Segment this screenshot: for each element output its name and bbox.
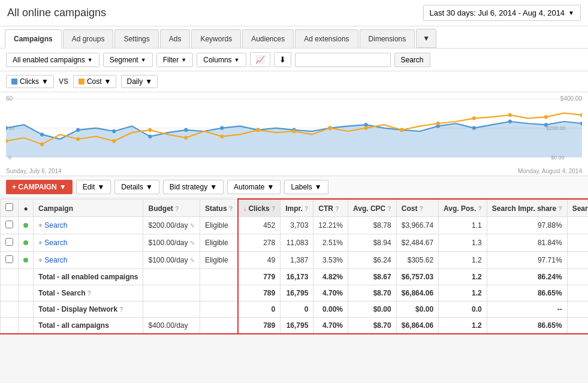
total-status-cell — [19, 301, 34, 317]
clicks-help-icon[interactable]: ? — [272, 206, 275, 212]
ctr-help-icon[interactable]: ? — [335, 206, 339, 212]
metric1-button[interactable]: Clicks ▼ — [6, 75, 54, 88]
tab-ad-groups[interactable]: Ad groups — [63, 29, 114, 48]
header-bar: All online campaigns Last 30 days: Jul 6… — [0, 0, 588, 26]
automate-button[interactable]: Automate ▼ — [227, 180, 281, 194]
row-budget-cell: $200.00/day ✎ — [143, 216, 200, 234]
avg-cpc-help-icon[interactable]: ? — [388, 206, 391, 212]
table-header-row: ● Campaign Budget ? Status ? ↓ Clicks — [1, 199, 589, 216]
search-exact-match-label: Search Exact match IS — [572, 204, 588, 213]
row-avg-cpc-cell: $6.24 — [348, 251, 397, 269]
all-enabled-campaigns-button[interactable]: All enabled campaigns ▼ — [6, 53, 99, 67]
budget-edit-icon[interactable]: ✎ — [190, 222, 195, 229]
row-checkbox-cell[interactable] — [1, 234, 19, 251]
chart-svg: 30 0 $200.00 $0.00 — [6, 92, 582, 170]
bid-strategy-button[interactable]: Bid strategy ▼ — [163, 180, 224, 194]
total-budget-cell — [143, 269, 200, 285]
status-dot-green — [23, 258, 28, 263]
edit-dropdown-icon: ▼ — [97, 183, 104, 191]
download-icon[interactable]: ⬇ — [274, 52, 291, 67]
date-range-button[interactable]: Last 30 days: Jul 6, 2014 - Aug 4, 2014 … — [423, 5, 581, 21]
row-checkbox[interactable] — [5, 255, 13, 263]
tab-more[interactable]: ▼ — [416, 29, 436, 48]
total-checkbox-cell — [1, 317, 19, 334]
labels-dropdown-icon: ▼ — [315, 183, 322, 191]
segment-label: Segment — [110, 56, 138, 64]
search-impr-help-icon[interactable]: ? — [559, 206, 562, 212]
total-ctr-cell: 4.70% — [313, 285, 348, 301]
total-avg-pos-cell: 1.2 — [439, 285, 487, 301]
row-campaign-cell: ⌖ Search — [34, 216, 143, 234]
campaign-link[interactable]: Search — [44, 221, 67, 230]
row-checkbox[interactable] — [5, 238, 13, 246]
action-bar: + CAMPAIGN ▼ Edit ▼ Details ▼ Bid strate… — [0, 176, 588, 198]
select-all-checkbox[interactable] — [5, 203, 13, 211]
add-campaign-arrow-icon: ▼ — [59, 183, 67, 191]
select-all-header[interactable] — [1, 199, 19, 216]
svg-point-8 — [148, 134, 152, 138]
total-avg-cpc-cell: $8.70 — [348, 285, 397, 301]
table-row: ⌖ Search $200.00/day ✎ Eligible 452 3,70… — [1, 216, 589, 234]
budget-help-icon[interactable]: ? — [175, 206, 179, 212]
row-status-text-cell: Eligible — [200, 216, 238, 234]
bid-strategy-label: Bid strategy — [170, 183, 207, 191]
period-button[interactable]: Daily ▼ — [121, 75, 158, 88]
svg-point-6 — [76, 128, 80, 132]
tab-audiences[interactable]: Audiences — [242, 29, 294, 48]
tab-dimensions[interactable]: Dimensions — [360, 29, 415, 48]
avg-pos-help-icon[interactable]: ? — [478, 206, 482, 212]
budget-edit-icon[interactable]: ✎ — [190, 257, 195, 264]
row-checkbox-cell[interactable] — [1, 251, 19, 269]
avg-pos-header: Avg. Pos. ? — [439, 199, 487, 216]
tab-keywords[interactable]: Keywords — [191, 29, 241, 48]
row-ctr-cell: 12.21% — [313, 216, 348, 234]
row-checkbox-cell[interactable] — [1, 216, 19, 234]
tab-ads[interactable]: Ads — [160, 29, 191, 48]
segment-button[interactable]: Segment ▼ — [103, 53, 153, 67]
svg-point-26 — [184, 136, 188, 140]
budget-edit-icon[interactable]: ✎ — [190, 240, 195, 246]
impr-help-icon[interactable]: ? — [304, 206, 308, 212]
row-avg-pos-cell: 1.2 — [439, 251, 487, 269]
total-clicks-cell: 789 — [238, 317, 281, 334]
svg-text:$200.00: $200.00 — [546, 125, 566, 131]
row-status-cell — [19, 216, 34, 234]
total-ctr-cell: 4.70% — [313, 317, 348, 334]
tab-campaigns[interactable]: Campaigns — [5, 29, 62, 49]
status-dot-header: ● — [19, 199, 34, 216]
tab-ad-extensions[interactable]: Ad extensions — [295, 29, 358, 48]
columns-dropdown-icon: ▼ — [234, 57, 240, 63]
total-status-text-cell — [200, 317, 238, 334]
details-label: Details — [121, 183, 143, 191]
metric2-dropdown-icon: ▼ — [104, 77, 111, 86]
edit-button[interactable]: Edit ▼ — [76, 180, 111, 194]
campaign-link[interactable]: Search — [44, 256, 67, 264]
total-row: Total - all enabled campaigns 779 16,173… — [1, 269, 589, 285]
total-search-impr-share-cell: 86.24% — [487, 269, 567, 285]
chart-toggle-icon[interactable]: 📈 — [250, 52, 270, 67]
tab-settings[interactable]: Settings — [114, 29, 158, 48]
status-help-icon[interactable]: ? — [229, 206, 233, 212]
svg-point-23 — [76, 137, 80, 141]
details-button[interactable]: Details ▼ — [114, 180, 159, 194]
labels-button[interactable]: Labels ▼ — [284, 180, 328, 194]
search-input[interactable] — [295, 53, 391, 67]
search-button[interactable]: Search — [394, 53, 430, 67]
svg-marker-3 — [6, 122, 582, 158]
row-checkbox[interactable] — [5, 221, 13, 228]
clicks-header[interactable]: ↓ Clicks ? — [238, 199, 281, 216]
total-checkbox-cell — [1, 269, 19, 285]
toolbar: All enabled campaigns ▼ Segment ▼ Filter… — [0, 49, 588, 71]
automate-dropdown-icon: ▼ — [267, 183, 274, 191]
cost-help-icon[interactable]: ? — [420, 206, 423, 212]
table-container: ● Campaign Budget ? Status ? ↓ Clicks — [0, 198, 588, 334]
row-clicks-cell: 278 — [238, 234, 281, 251]
add-campaign-button[interactable]: + CAMPAIGN ▼ — [6, 180, 73, 194]
filter-button[interactable]: Filter ▼ — [156, 53, 194, 67]
total-clicks-cell: 779 — [238, 269, 281, 285]
campaign-link[interactable]: Search — [44, 239, 67, 247]
cost-color-indicator — [79, 79, 85, 85]
columns-button[interactable]: Columns ▼ — [197, 53, 246, 67]
total-label-cell: Total - Search ? — [34, 285, 143, 301]
metric2-button[interactable]: Cost ▼ — [73, 75, 117, 88]
